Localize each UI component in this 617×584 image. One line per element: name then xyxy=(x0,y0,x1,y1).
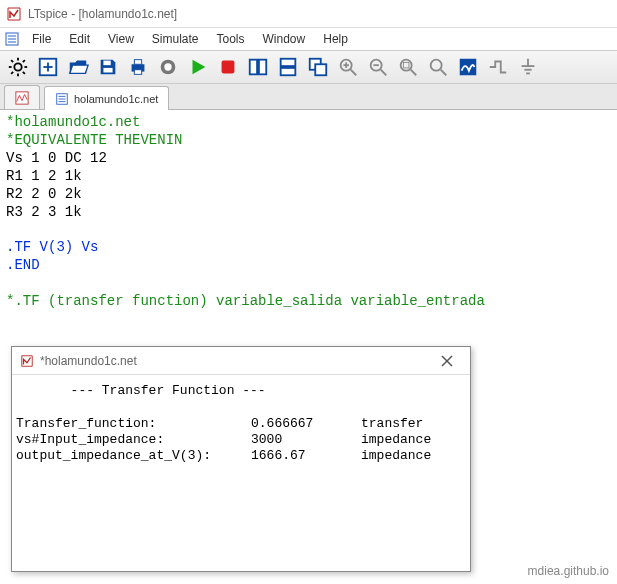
waveform-icon xyxy=(15,91,29,105)
zoom-area-icon[interactable] xyxy=(396,55,420,79)
print-icon[interactable] xyxy=(126,55,150,79)
svg-rect-24 xyxy=(250,60,257,75)
code-line: .TF V(3) Vs xyxy=(6,239,98,255)
code-line: Vs 1 0 DC 12 xyxy=(6,150,107,166)
svg-rect-23 xyxy=(222,61,235,74)
menu-file[interactable]: File xyxy=(24,30,59,48)
tile-vertical-icon[interactable] xyxy=(246,55,270,79)
autorange-icon[interactable] xyxy=(456,55,480,79)
menu-view[interactable]: View xyxy=(100,30,142,48)
code-line: .END xyxy=(6,257,40,273)
tile-horizontal-icon[interactable] xyxy=(276,55,300,79)
code-line: *EQUIVALENTE THEVENIN xyxy=(6,132,182,148)
menu-edit[interactable]: Edit xyxy=(61,30,98,48)
ltspice-small-icon xyxy=(20,354,34,368)
ltspice-icon xyxy=(6,6,22,22)
zoom-out-icon[interactable] xyxy=(366,55,390,79)
new-schematic-icon[interactable] xyxy=(36,55,60,79)
svg-line-10 xyxy=(23,72,25,74)
svg-line-12 xyxy=(23,60,25,62)
svg-line-41 xyxy=(441,70,447,76)
editor[interactable]: *holamundo1c.net *EQUIVALENTE THEVENIN V… xyxy=(0,110,617,315)
tabbar: holamundo1c.net xyxy=(0,84,617,110)
code-line: *.TF (transfer function) variable_salida… xyxy=(6,293,485,309)
save-icon[interactable] xyxy=(96,55,120,79)
svg-line-38 xyxy=(411,70,417,76)
svg-rect-26 xyxy=(281,59,296,66)
output-row: vs#Input_impedance:3000impedance xyxy=(16,432,431,447)
menu-tools[interactable]: Tools xyxy=(209,30,253,48)
menu-help[interactable]: Help xyxy=(315,30,356,48)
wire-icon[interactable] xyxy=(486,55,510,79)
titlebar: LTspice - [holamundo1c.net] xyxy=(0,0,617,28)
window-title: LTspice - [holamundo1c.net] xyxy=(28,7,177,21)
component-icon[interactable] xyxy=(156,55,180,79)
output-header: --- Transfer Function --- xyxy=(16,383,266,398)
cascade-icon[interactable] xyxy=(306,55,330,79)
zoom-in-icon[interactable] xyxy=(336,55,360,79)
menubar: File Edit View Simulate Tools Window Hel… xyxy=(0,28,617,50)
menu-window[interactable]: Window xyxy=(255,30,314,48)
tab-netlist[interactable]: holamundo1c.net xyxy=(44,86,169,110)
svg-rect-17 xyxy=(103,68,112,73)
svg-rect-19 xyxy=(134,60,141,65)
svg-rect-20 xyxy=(134,70,141,75)
code-line: R2 2 0 2k xyxy=(6,186,82,202)
svg-point-40 xyxy=(431,60,442,71)
svg-line-9 xyxy=(11,60,13,62)
output-titlebar[interactable]: *holamundo1c.net xyxy=(12,347,470,375)
svg-rect-16 xyxy=(103,61,110,66)
settings-icon[interactable] xyxy=(6,55,30,79)
svg-rect-27 xyxy=(281,68,296,75)
code-line: R3 2 3 1k xyxy=(6,204,82,220)
svg-point-37 xyxy=(401,60,412,71)
code-line: *holamundo1c.net xyxy=(6,114,140,130)
doc-icon xyxy=(55,92,69,106)
tab-label: holamundo1c.net xyxy=(74,93,158,105)
output-row: output_impedance_at_V(3):1666.67impedanc… xyxy=(16,448,431,463)
open-icon[interactable] xyxy=(66,55,90,79)
output-window: *holamundo1c.net --- Transfer Function -… xyxy=(11,346,471,572)
zoom-fit-icon[interactable] xyxy=(426,55,450,79)
output-row: Transfer_function:0.666667transfer xyxy=(16,416,423,431)
svg-line-31 xyxy=(351,70,357,76)
output-body: --- Transfer Function --- Transfer_funct… xyxy=(12,375,470,571)
menu-simulate[interactable]: Simulate xyxy=(144,30,207,48)
code-line: R1 1 2 1k xyxy=(6,168,82,184)
stop-icon[interactable] xyxy=(216,55,240,79)
toolbar xyxy=(0,50,617,84)
watermark: mdiea.github.io xyxy=(528,564,609,578)
svg-point-22 xyxy=(164,63,171,70)
ground-icon[interactable] xyxy=(516,55,540,79)
svg-line-11 xyxy=(11,72,13,74)
svg-rect-39 xyxy=(403,62,409,67)
document-icon xyxy=(4,31,20,47)
tab-waveform[interactable] xyxy=(4,85,40,109)
run-icon[interactable] xyxy=(186,55,210,79)
svg-rect-29 xyxy=(315,64,326,75)
close-icon[interactable] xyxy=(432,350,462,372)
svg-point-4 xyxy=(14,63,21,70)
output-title: *holamundo1c.net xyxy=(40,354,137,368)
svg-rect-25 xyxy=(259,60,266,75)
svg-line-35 xyxy=(381,70,387,76)
